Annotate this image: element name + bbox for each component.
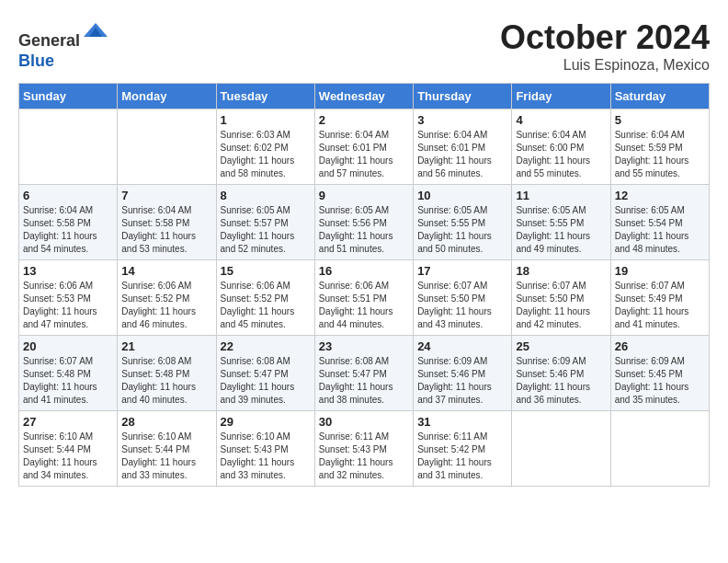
day-number: 30	[319, 415, 409, 429]
day-number: 10	[417, 189, 507, 202]
day-number: 1	[221, 113, 311, 127]
calendar-cell: 11Sunrise: 6:05 AM Sunset: 5:55 PM Dayli…	[512, 185, 610, 260]
page-header: General Blue October 2024 Luis Espinoza,…	[18, 18, 710, 74]
calendar-cell: 5Sunrise: 6:04 AM Sunset: 5:59 PM Daylig…	[610, 109, 709, 185]
cell-info-text: Sunrise: 6:03 AM Sunset: 6:02 PM Dayligh…	[221, 129, 311, 180]
calendar-cell: 29Sunrise: 6:10 AM Sunset: 5:43 PM Dayli…	[216, 411, 314, 487]
calendar-cell	[19, 109, 118, 185]
location-subtitle: Luis Espinoza, Mexico	[500, 57, 710, 74]
cell-info-text: Sunrise: 6:07 AM Sunset: 5:50 PM Dayligh…	[516, 280, 606, 331]
cell-info-text: Sunrise: 6:04 AM Sunset: 5:58 PM Dayligh…	[121, 204, 211, 256]
col-header-wednesday: Wednesday	[314, 84, 413, 109]
calendar-cell: 4Sunrise: 6:04 AM Sunset: 6:00 PM Daylig…	[512, 109, 610, 185]
cell-info-text: Sunrise: 6:04 AM Sunset: 6:00 PM Dayligh…	[516, 129, 606, 180]
calendar-cell: 20Sunrise: 6:07 AM Sunset: 5:48 PM Dayli…	[19, 336, 118, 411]
logo-general-text: General	[18, 31, 80, 50]
day-number: 7	[121, 189, 211, 202]
calendar-cell: 15Sunrise: 6:06 AM Sunset: 5:52 PM Dayli…	[216, 260, 314, 336]
calendar-cell: 2Sunrise: 6:04 AM Sunset: 6:01 PM Daylig…	[314, 109, 413, 185]
cell-info-text: Sunrise: 6:10 AM Sunset: 5:44 PM Dayligh…	[121, 431, 211, 482]
day-number: 27	[23, 415, 113, 429]
day-number: 13	[23, 264, 113, 278]
calendar-cell: 18Sunrise: 6:07 AM Sunset: 5:50 PM Dayli…	[512, 260, 610, 336]
calendar-week-row: 27Sunrise: 6:10 AM Sunset: 5:44 PM Dayli…	[19, 411, 710, 487]
calendar-week-row: 1Sunrise: 6:03 AM Sunset: 6:02 PM Daylig…	[19, 109, 710, 185]
day-number: 14	[121, 264, 211, 278]
calendar-cell: 30Sunrise: 6:11 AM Sunset: 5:43 PM Dayli…	[314, 411, 413, 487]
day-number: 18	[516, 264, 606, 278]
calendar-cell: 3Sunrise: 6:04 AM Sunset: 6:01 PM Daylig…	[414, 109, 512, 185]
calendar-week-row: 13Sunrise: 6:06 AM Sunset: 5:53 PM Dayli…	[19, 260, 710, 336]
day-number: 26	[615, 339, 705, 353]
day-number: 16	[319, 264, 409, 278]
calendar-cell: 9Sunrise: 6:05 AM Sunset: 5:56 PM Daylig…	[314, 185, 413, 260]
cell-info-text: Sunrise: 6:04 AM Sunset: 6:01 PM Dayligh…	[417, 129, 507, 180]
day-number: 22	[221, 339, 311, 353]
calendar-cell: 8Sunrise: 6:05 AM Sunset: 5:57 PM Daylig…	[216, 185, 314, 260]
col-header-thursday: Thursday	[414, 84, 512, 109]
day-number: 9	[319, 189, 409, 202]
cell-info-text: Sunrise: 6:06 AM Sunset: 5:51 PM Dayligh…	[319, 280, 409, 331]
calendar-table: SundayMondayTuesdayWednesdayThursdayFrid…	[18, 83, 710, 487]
day-number: 5	[615, 113, 705, 127]
col-header-tuesday: Tuesday	[216, 84, 314, 109]
cell-info-text: Sunrise: 6:09 AM Sunset: 5:46 PM Dayligh…	[417, 355, 507, 407]
cell-info-text: Sunrise: 6:07 AM Sunset: 5:48 PM Dayligh…	[23, 355, 113, 407]
cell-info-text: Sunrise: 6:05 AM Sunset: 5:55 PM Dayligh…	[417, 204, 507, 256]
calendar-cell: 13Sunrise: 6:06 AM Sunset: 5:53 PM Dayli…	[19, 260, 118, 336]
calendar-cell: 24Sunrise: 6:09 AM Sunset: 5:46 PM Dayli…	[414, 336, 512, 411]
logo-icon	[82, 18, 109, 46]
cell-info-text: Sunrise: 6:10 AM Sunset: 5:43 PM Dayligh…	[221, 431, 311, 482]
calendar-cell: 7Sunrise: 6:04 AM Sunset: 5:58 PM Daylig…	[118, 185, 216, 260]
cell-info-text: Sunrise: 6:05 AM Sunset: 5:55 PM Dayligh…	[516, 204, 606, 256]
day-number: 2	[319, 113, 409, 127]
cell-info-text: Sunrise: 6:07 AM Sunset: 5:49 PM Dayligh…	[615, 280, 705, 331]
logo: General Blue	[18, 18, 109, 71]
day-number: 15	[221, 264, 311, 278]
calendar-cell: 10Sunrise: 6:05 AM Sunset: 5:55 PM Dayli…	[414, 185, 512, 260]
calendar-header-row: SundayMondayTuesdayWednesdayThursdayFrid…	[19, 84, 710, 109]
cell-info-text: Sunrise: 6:10 AM Sunset: 5:44 PM Dayligh…	[23, 431, 113, 482]
calendar-cell: 25Sunrise: 6:09 AM Sunset: 5:46 PM Dayli…	[512, 336, 610, 411]
calendar-cell: 19Sunrise: 6:07 AM Sunset: 5:49 PM Dayli…	[610, 260, 709, 336]
cell-info-text: Sunrise: 6:05 AM Sunset: 5:56 PM Dayligh…	[319, 204, 409, 256]
day-number: 21	[121, 339, 211, 353]
cell-info-text: Sunrise: 6:07 AM Sunset: 5:50 PM Dayligh…	[417, 280, 507, 331]
day-number: 24	[417, 339, 507, 353]
day-number: 25	[516, 339, 606, 353]
calendar-cell: 6Sunrise: 6:04 AM Sunset: 5:58 PM Daylig…	[19, 185, 118, 260]
calendar-cell: 12Sunrise: 6:05 AM Sunset: 5:54 PM Dayli…	[610, 185, 709, 260]
day-number: 17	[417, 264, 507, 278]
day-number: 29	[221, 415, 311, 429]
calendar-cell: 14Sunrise: 6:06 AM Sunset: 5:52 PM Dayli…	[118, 260, 216, 336]
calendar-cell	[610, 411, 709, 487]
calendar-cell: 1Sunrise: 6:03 AM Sunset: 6:02 PM Daylig…	[216, 109, 314, 185]
calendar-cell: 22Sunrise: 6:08 AM Sunset: 5:47 PM Dayli…	[216, 336, 314, 411]
day-number: 4	[516, 113, 606, 127]
day-number: 8	[221, 189, 311, 202]
month-title: October 2024	[500, 18, 710, 57]
cell-info-text: Sunrise: 6:04 AM Sunset: 5:59 PM Dayligh…	[615, 129, 705, 180]
calendar-week-row: 6Sunrise: 6:04 AM Sunset: 5:58 PM Daylig…	[19, 185, 710, 260]
col-header-sunday: Sunday	[19, 84, 118, 109]
col-header-saturday: Saturday	[610, 84, 709, 109]
day-number: 11	[516, 189, 606, 202]
cell-info-text: Sunrise: 6:09 AM Sunset: 5:46 PM Dayligh…	[516, 355, 606, 407]
cell-info-text: Sunrise: 6:11 AM Sunset: 5:42 PM Dayligh…	[417, 431, 507, 482]
cell-info-text: Sunrise: 6:06 AM Sunset: 5:52 PM Dayligh…	[121, 280, 211, 331]
day-number: 20	[23, 339, 113, 353]
day-number: 12	[615, 189, 705, 202]
cell-info-text: Sunrise: 6:09 AM Sunset: 5:45 PM Dayligh…	[615, 355, 705, 407]
logo-blue-text: Blue	[18, 52, 54, 70]
cell-info-text: Sunrise: 6:04 AM Sunset: 6:01 PM Dayligh…	[319, 129, 409, 180]
day-number: 19	[615, 264, 705, 278]
calendar-cell: 17Sunrise: 6:07 AM Sunset: 5:50 PM Dayli…	[414, 260, 512, 336]
calendar-cell: 21Sunrise: 6:08 AM Sunset: 5:48 PM Dayli…	[118, 336, 216, 411]
cell-info-text: Sunrise: 6:05 AM Sunset: 5:54 PM Dayligh…	[615, 204, 705, 256]
cell-info-text: Sunrise: 6:08 AM Sunset: 5:47 PM Dayligh…	[319, 355, 409, 407]
cell-info-text: Sunrise: 6:06 AM Sunset: 5:53 PM Dayligh…	[23, 280, 113, 331]
col-header-friday: Friday	[512, 84, 610, 109]
cell-info-text: Sunrise: 6:06 AM Sunset: 5:52 PM Dayligh…	[221, 280, 311, 331]
calendar-cell: 28Sunrise: 6:10 AM Sunset: 5:44 PM Dayli…	[118, 411, 216, 487]
col-header-monday: Monday	[118, 84, 216, 109]
